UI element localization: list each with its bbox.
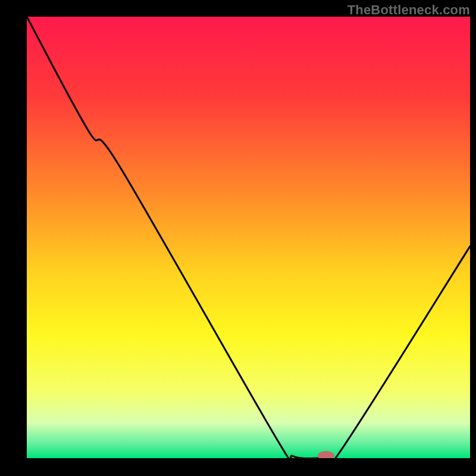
chart-canvas	[0, 0, 476, 476]
chart-frame: TheBottleneck.com	[0, 0, 476, 476]
optimal-point-marker	[318, 451, 334, 461]
watermark-text: TheBottleneck.com	[347, 2, 470, 18]
